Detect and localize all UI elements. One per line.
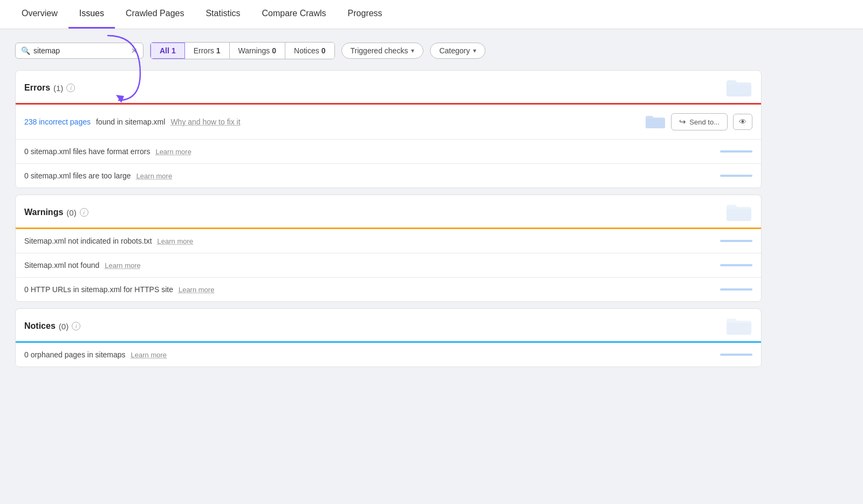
nav-bar: Overview Issues Crawled Pages Statistics…: [0, 0, 863, 29]
warnings-info-icon[interactable]: i: [80, 208, 88, 217]
learn-more-link-1[interactable]: Learn more: [136, 172, 172, 180]
learn-more-link-0[interactable]: Learn more: [155, 148, 191, 156]
warning-sub-issue-1: Sitemap.xml not found Learn more: [16, 253, 761, 278]
nav-issues[interactable]: Issues: [69, 0, 115, 29]
errors-header: Errors (1) i: [16, 71, 761, 105]
warning-sub-issue-0: Sitemap.xml not indicated in robots.txt …: [16, 229, 761, 253]
incorrect-pages-link[interactable]: 238 incorrect pages: [24, 118, 91, 126]
nav-overview[interactable]: Overview: [11, 0, 69, 29]
notices-section: Notices (0) i 0 orphaned pages in sitema…: [15, 308, 762, 367]
issue-folder-icon: [645, 114, 666, 129]
search-icon: 🔍: [21, 46, 30, 55]
warnings-section: Warnings (0) i Sitemap.xml not indicated…: [15, 195, 762, 302]
mini-bar: [720, 240, 752, 242]
nav-compare-crawls[interactable]: Compare Crawls: [251, 0, 337, 29]
errors-folder-icon: [725, 78, 752, 98]
chevron-down-icon: ▾: [473, 47, 476, 54]
filter-tab-all[interactable]: All 1: [150, 43, 185, 59]
warnings-header: Warnings (0) i: [16, 195, 761, 229]
mini-bar: [720, 175, 752, 177]
notices-info-icon[interactable]: i: [72, 322, 80, 330]
filter-bar: 🔍 ✕ All 1 Errors 1 Warnings 0 Notices 0: [15, 42, 762, 59]
filter-tabs: All 1 Errors 1 Warnings 0 Notices 0: [150, 42, 335, 59]
filter-tab-notices[interactable]: Notices 0: [285, 43, 334, 59]
send-to-button[interactable]: ↪ Send to...: [671, 113, 728, 130]
errors-section: Errors (1) i 238 incorrect pages found i…: [15, 70, 762, 188]
nav-crawled-pages[interactable]: Crawled Pages: [115, 0, 195, 29]
category-dropdown[interactable]: Category ▾: [430, 43, 485, 59]
notices-folder-icon: [725, 316, 752, 336]
mini-bar: [720, 150, 752, 153]
triggered-checks-dropdown[interactable]: Triggered checks ▾: [341, 43, 424, 59]
filter-tab-warnings[interactable]: Warnings 0: [230, 43, 285, 59]
learn-more-link-5[interactable]: Learn more: [131, 351, 167, 359]
errors-main-issue-row: 238 incorrect pages found in sitemap.xml…: [16, 105, 761, 140]
error-sub-issue-1: 0 sitemap.xml files are too large Learn …: [16, 164, 761, 188]
search-clear-button[interactable]: ✕: [131, 47, 138, 54]
search-input[interactable]: [33, 46, 128, 55]
why-fix-link[interactable]: Why and how to fix it: [170, 118, 240, 126]
search-box: 🔍 ✕: [15, 43, 143, 59]
eye-icon: 👁: [739, 118, 746, 126]
learn-more-link-4[interactable]: Learn more: [179, 286, 214, 294]
warnings-folder-icon: [725, 203, 752, 222]
mini-bar: [720, 288, 752, 291]
warning-sub-issue-2: 0 HTTP URLs in sitemap.xml for HTTPS sit…: [16, 278, 761, 301]
send-icon: ↪: [679, 117, 686, 127]
filter-tab-errors[interactable]: Errors 1: [185, 43, 230, 59]
errors-info-icon[interactable]: i: [66, 84, 75, 92]
nav-statistics[interactable]: Statistics: [195, 0, 251, 29]
chevron-down-icon: ▾: [411, 47, 414, 54]
mini-bar: [720, 354, 752, 356]
notices-header: Notices (0) i: [16, 309, 761, 343]
nav-progress[interactable]: Progress: [337, 0, 393, 29]
eye-button[interactable]: 👁: [733, 114, 752, 130]
mini-bar: [720, 264, 752, 266]
main-content: 🔍 ✕ All 1 Errors 1 Warnings 0 Notices 0: [0, 29, 777, 386]
error-sub-issue-0: 0 sitemap.xml files have format errors L…: [16, 140, 761, 164]
notice-sub-issue-0: 0 orphaned pages in sitemaps Learn more: [16, 343, 761, 367]
learn-more-link-3[interactable]: Learn more: [105, 261, 140, 270]
learn-more-link-2[interactable]: Learn more: [157, 237, 193, 245]
